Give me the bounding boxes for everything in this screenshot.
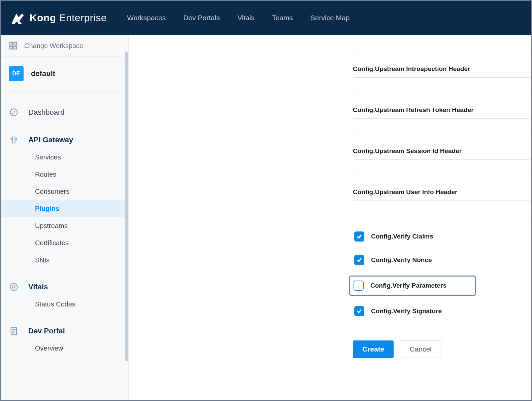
nav-teams[interactable]: Teams — [272, 14, 293, 22]
change-workspace-label: Change Workspace — [24, 42, 83, 50]
document-icon — [9, 326, 19, 336]
sidebar: Change Workspace DE default Dashboard — [1, 35, 129, 400]
create-button[interactable]: Create — [353, 340, 394, 358]
input-upstream-refresh-token-header[interactable] — [353, 118, 531, 135]
top-nav-links: Workspaces Dev Portals Vitals Teams Serv… — [127, 14, 350, 22]
svg-rect-1 — [14, 42, 16, 45]
sidebar-item-services[interactable]: Services — [1, 149, 128, 166]
check-icon — [356, 257, 363, 263]
field-upstream-user-info-header: Config.Upstream User Info Header — [353, 188, 531, 217]
label-upstream-session-id-header: Config.Upstream Session Id Header — [353, 147, 531, 155]
sidebar-item-snis[interactable]: SNIs — [1, 252, 128, 269]
sidebar-item-overview[interactable]: Overview — [1, 340, 128, 354]
sidebar-divider — [10, 91, 119, 92]
nav-service-map[interactable]: Service Map — [310, 14, 350, 22]
checkbox-row-verify-signature: Config.Verify Signature — [353, 304, 531, 318]
sidebar-item-certificates[interactable]: Certificates — [1, 234, 128, 252]
svg-point-5 — [10, 284, 18, 291]
checkbox-row-verify-parameters: Config.Verify Parameters — [350, 277, 475, 295]
gauge-icon — [9, 108, 19, 117]
sidebar-section-api-gateway: API Gateway Services Routes Consumers Pl… — [1, 122, 128, 269]
vitals-icon — [9, 282, 19, 292]
label-verify-claims: Config.Verify Claims — [371, 233, 433, 240]
heading-api-gateway-label: API Gateway — [28, 136, 73, 144]
svg-rect-0 — [10, 42, 12, 45]
checkbox-verify-parameters[interactable] — [354, 281, 364, 291]
field-upstream-introspection-header: Config.Upstream Introspection Header — [353, 65, 531, 94]
input-upstream-session-id-header[interactable] — [353, 159, 531, 176]
top-navbar: Kong Enterprise Workspaces Dev Portals V… — [1, 1, 531, 35]
svg-rect-3 — [14, 46, 16, 49]
api-gateway-icon — [9, 135, 19, 145]
workspace-badge: DE — [9, 66, 24, 81]
nav-workspaces[interactable]: Workspaces — [127, 14, 166, 22]
checkbox-verify-claims[interactable] — [354, 231, 364, 242]
previous-input-tail[interactable] — [353, 35, 531, 53]
checkbox-verify-nonce[interactable] — [354, 255, 364, 265]
nav-dev-portals[interactable]: Dev Portals — [183, 14, 220, 22]
label-verify-signature: Config.Verify Signature — [371, 307, 442, 315]
sidebar-scrollbar[interactable] — [125, 52, 128, 361]
form-actions: Create Cancel — [353, 340, 531, 358]
sidebar-item-status-codes[interactable]: Status Codes — [1, 296, 128, 313]
heading-api-gateway[interactable]: API Gateway — [1, 131, 128, 149]
field-upstream-refresh-token-header: Config.Upstream Refresh Token Header — [353, 106, 531, 135]
input-upstream-user-info-header[interactable] — [353, 200, 531, 217]
heading-dev-portal-label: Dev Portal — [28, 327, 65, 335]
sidebar-item-routes[interactable]: Routes — [1, 166, 128, 183]
current-workspace[interactable]: DE default — [1, 57, 128, 86]
cancel-button[interactable]: Cancel — [400, 340, 441, 358]
label-verify-parameters: Config.Verify Parameters — [370, 282, 446, 289]
change-workspace-button[interactable]: Change Workspace — [1, 35, 128, 57]
heading-dev-portal[interactable]: Dev Portal — [1, 322, 128, 340]
check-icon — [356, 233, 363, 240]
heading-vitals[interactable]: Vitals — [1, 278, 128, 296]
kong-logo-icon — [10, 10, 25, 25]
brand[interactable]: Kong Enterprise — [10, 10, 107, 25]
sidebar-item-dashboard[interactable]: Dashboard — [1, 103, 128, 122]
input-upstream-introspection-header[interactable] — [353, 77, 531, 94]
checkbox-row-verify-claims: Config.Verify Claims — [353, 229, 531, 244]
plugin-config-form: Config.Upstream Introspection Header Con… — [353, 35, 531, 358]
workspace-grid-icon — [9, 41, 18, 50]
check-icon — [356, 308, 363, 315]
workspace-name: default — [31, 69, 55, 78]
label-upstream-user-info-header: Config.Upstream User Info Header — [353, 188, 531, 196]
label-upstream-refresh-token-header: Config.Upstream Refresh Token Header — [353, 106, 531, 114]
sidebar-item-plugins[interactable]: Plugins — [1, 200, 128, 217]
sidebar-dashboard-label: Dashboard — [28, 108, 65, 117]
sidebar-section-vitals: Vitals Status Codes — [1, 269, 128, 313]
nav-vitals[interactable]: Vitals — [237, 14, 255, 22]
main-content: Config.Upstream Introspection Header Con… — [129, 35, 531, 400]
svg-point-6 — [13, 286, 15, 288]
label-upstream-introspection-header: Config.Upstream Introspection Header — [353, 65, 531, 73]
sidebar-section-dev-portal: Dev Portal Overview — [1, 313, 128, 354]
checkbox-verify-signature[interactable] — [354, 306, 364, 316]
brand-text: Kong Enterprise — [30, 12, 107, 24]
sidebar-item-consumers[interactable]: Consumers — [1, 183, 128, 200]
heading-vitals-label: Vitals — [28, 283, 48, 291]
field-upstream-session-id-header: Config.Upstream Session Id Header — [353, 147, 531, 176]
svg-rect-2 — [10, 46, 12, 49]
label-verify-nonce: Config.Verify Nonce — [371, 256, 432, 264]
sidebar-item-upstreams[interactable]: Upstreams — [1, 217, 128, 234]
checkbox-row-verify-nonce: Config.Verify Nonce — [353, 253, 531, 267]
